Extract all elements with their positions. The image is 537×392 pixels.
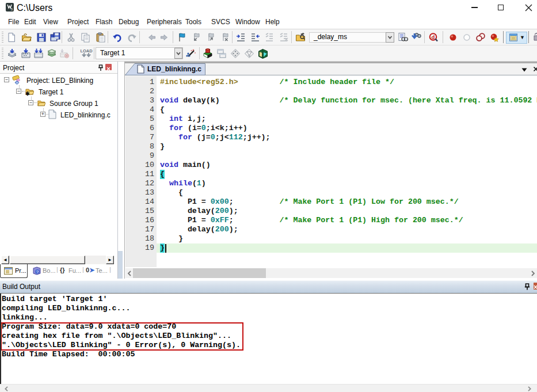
svg-text:✱: ✱ bbox=[25, 91, 30, 96]
svg-text:LOAD: LOAD bbox=[80, 48, 93, 54]
svg-text:?: ? bbox=[36, 269, 39, 275]
svg-text:d: d bbox=[432, 34, 435, 40]
